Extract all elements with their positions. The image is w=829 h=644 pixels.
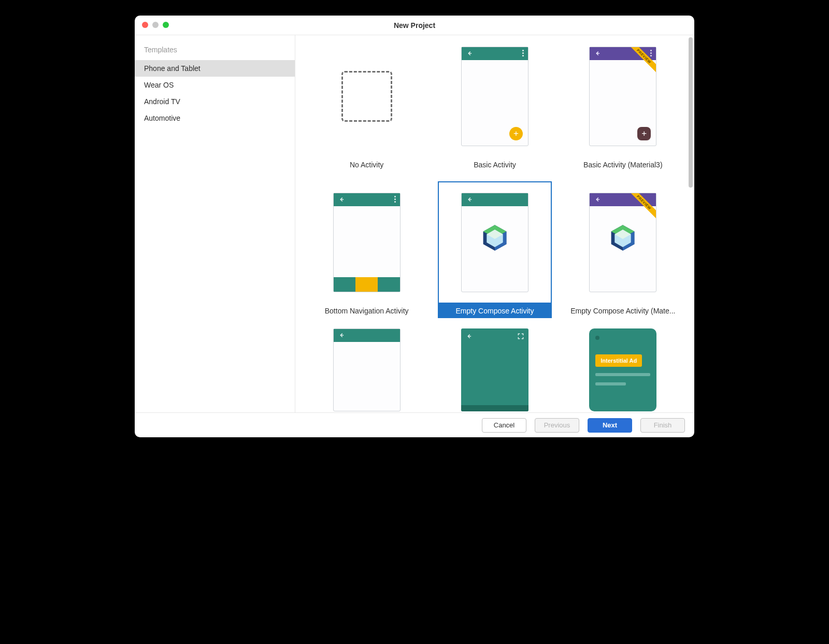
- phone-mockup: [589, 193, 656, 292]
- template-label: Basic Activity: [438, 158, 551, 172]
- sidebar: Templates Phone and Tablet Wear OS Andro…: [135, 35, 295, 412]
- sidebar-item-android-tv[interactable]: Android TV: [135, 93, 295, 110]
- dialog-body: Templates Phone and Tablet Wear OS Andro…: [135, 35, 694, 412]
- zoom-icon[interactable]: [163, 22, 169, 28]
- back-arrow-icon: [466, 50, 473, 57]
- interstitial-ad-label: Interstitial Ad: [595, 354, 642, 367]
- template-bottom-navigation[interactable]: Bottom Navigation Activity: [310, 181, 423, 327]
- minimize-icon[interactable]: [152, 22, 159, 28]
- phone-mockup: +: [589, 47, 656, 146]
- template-label: Empty Compose Activity: [438, 304, 551, 318]
- titlebar: New Project: [135, 16, 694, 35]
- phone-mockup: [461, 328, 528, 411]
- template-no-activity[interactable]: No Activity: [310, 35, 423, 181]
- phone-mockup: [333, 328, 401, 411]
- window-controls: [142, 22, 169, 28]
- sidebar-item-wear-os[interactable]: Wear OS: [135, 77, 295, 93]
- phone-mockup: [333, 193, 401, 292]
- placeholder-line: [595, 373, 650, 376]
- back-arrow-icon: [465, 333, 473, 342]
- template-label: Bottom Navigation Activity: [310, 304, 423, 318]
- camera-dot-icon: [595, 336, 599, 340]
- template-label: No Activity: [310, 158, 423, 172]
- bottom-nav-bar: [334, 277, 400, 292]
- preview-ribbon: [629, 193, 656, 220]
- template-basic-activity-m3[interactable]: + Basic Activity (Material3): [566, 35, 680, 181]
- fab-add-icon: +: [637, 127, 651, 140]
- footer-buttons: Cancel Previous Next Finish: [135, 412, 694, 437]
- back-arrow-icon: [338, 196, 345, 203]
- template-item[interactable]: Interstitial Ad: [566, 327, 680, 412]
- dashed-placeholder-icon: [341, 71, 392, 122]
- back-arrow-icon: [466, 196, 473, 203]
- close-icon[interactable]: [142, 22, 148, 28]
- template-item[interactable]: [310, 327, 423, 412]
- sidebar-item-phone-tablet[interactable]: Phone and Tablet: [135, 60, 295, 77]
- template-gallery: No Activity: [295, 35, 694, 412]
- cancel-button[interactable]: Cancel: [482, 418, 526, 433]
- fullscreen-icon: [517, 333, 524, 340]
- sidebar-item-automotive[interactable]: Automotive: [135, 110, 295, 126]
- overflow-menu-icon: [522, 50, 524, 56]
- window-title: New Project: [135, 21, 694, 30]
- back-arrow-icon: [338, 332, 345, 339]
- phone-mockup: [461, 193, 528, 292]
- template-empty-compose[interactable]: Empty Compose Activity: [438, 181, 551, 327]
- finish-button: Finish: [640, 418, 685, 433]
- preview-ribbon: [629, 47, 656, 74]
- template-item[interactable]: [438, 327, 551, 412]
- template-basic-activity[interactable]: + Basic Activity: [438, 35, 551, 181]
- compose-logo-icon: [590, 223, 656, 252]
- template-empty-compose-m3[interactable]: Empty Compose Activity (Mate...: [566, 181, 680, 327]
- back-arrow-icon: [594, 50, 601, 57]
- previous-button: Previous: [535, 418, 579, 433]
- overflow-menu-icon: [394, 196, 396, 203]
- sidebar-header: Templates: [135, 42, 295, 60]
- new-project-window: New Project Templates Phone and Tablet W…: [135, 16, 694, 437]
- fab-add-icon: +: [509, 127, 523, 140]
- placeholder-line: [595, 382, 625, 385]
- template-label: Empty Compose Activity (Mate...: [566, 304, 680, 318]
- compose-logo-icon: [462, 223, 528, 252]
- phone-mockup: Interstitial Ad: [589, 328, 656, 411]
- back-arrow-icon: [594, 196, 601, 203]
- phone-mockup: +: [461, 47, 528, 146]
- next-button[interactable]: Next: [588, 418, 632, 433]
- template-label: Basic Activity (Material3): [566, 158, 680, 172]
